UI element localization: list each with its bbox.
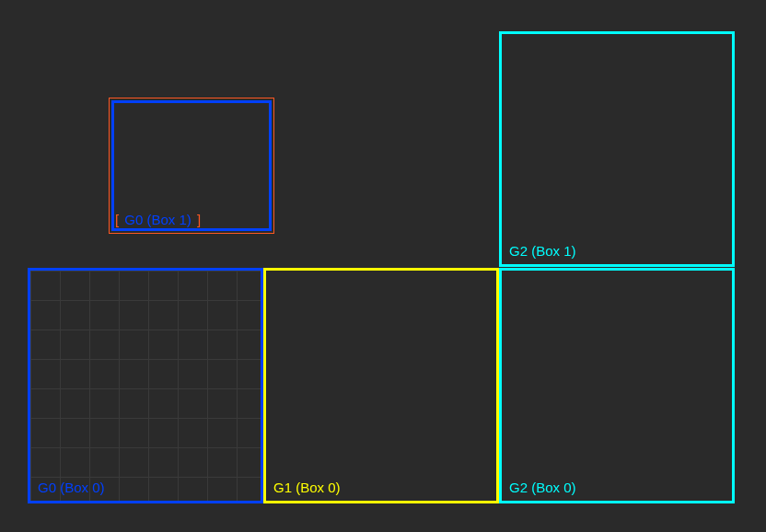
g2-box-0-label: G2 (Box 0) [509,480,576,495]
g1-box-0-label: G1 (Box 0) [273,480,341,495]
g0-box-1-inner[interactable] [111,100,272,231]
g2-box-0[interactable]: G2 (Box 0) [499,268,735,503]
g1-box-0[interactable]: G1 (Box 0) [263,268,499,503]
g2-box-1-label: G2 (Box 1) [509,243,576,259]
grid-overlay [30,271,261,501]
g0-box-0-label: G0 (Box 0) [38,480,105,495]
g2-box-1[interactable]: G2 (Box 1) [499,31,735,267]
g0-box-0[interactable]: G0 (Box 0) [28,268,263,503]
